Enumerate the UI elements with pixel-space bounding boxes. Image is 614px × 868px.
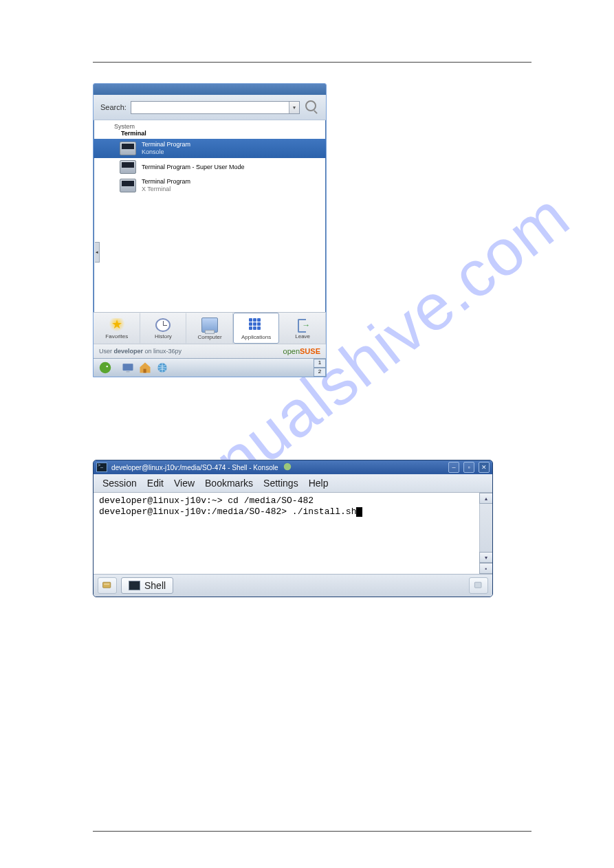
svg-rect-7 xyxy=(103,582,111,588)
shell-tab-label: Shell xyxy=(144,580,166,591)
globe-icon[interactable] xyxy=(155,361,169,375)
category-tabs: Favorites History Computer Applications … xyxy=(94,312,326,344)
terminal-output[interactable]: developer@linux-j10v:~> cd /media/SO-482… xyxy=(94,493,479,574)
svg-point-0 xyxy=(100,362,111,374)
menu-settings[interactable]: Settings xyxy=(263,478,298,489)
app-item-konsole[interactable]: Terminal Program Konsole xyxy=(94,139,326,158)
app-item-title: Terminal Program xyxy=(142,178,190,186)
terminal-area[interactable]: developer@linux-j10v:~> cd /media/SO-482… xyxy=(94,493,492,574)
shell-tab[interactable]: Shell xyxy=(121,577,173,594)
app-item-title: Terminal Program - Super User Mode xyxy=(142,164,245,171)
maximize-button[interactable]: ▫ xyxy=(463,462,474,473)
tab-label: Leave xyxy=(295,333,310,340)
quick-launch xyxy=(117,359,173,377)
menu-view[interactable]: View xyxy=(174,478,195,489)
new-tab-button[interactable] xyxy=(98,577,117,594)
menu-bookmarks[interactable]: Bookmarks xyxy=(205,478,253,489)
app-item-su-terminal[interactable]: Terminal Program - Super User Mode xyxy=(94,158,326,176)
menubar: Session Edit View Bookmarks Settings Hel… xyxy=(94,474,492,493)
konsole-icon xyxy=(96,463,107,472)
home-icon[interactable] xyxy=(138,361,152,375)
svg-rect-8 xyxy=(104,584,109,585)
pager-2[interactable]: 2 xyxy=(314,368,326,377)
leave-icon xyxy=(295,318,310,332)
tab-label: Applications xyxy=(241,334,271,340)
breadcrumb-terminal: Terminal xyxy=(121,130,146,137)
desktop-pager[interactable]: 1 2 xyxy=(314,359,326,377)
svg-rect-9 xyxy=(474,582,481,588)
scroll-down-button[interactable]: ▾ xyxy=(479,552,493,563)
star-icon xyxy=(109,318,124,332)
terminal-icon xyxy=(120,160,136,174)
app-item-sub: Konsole xyxy=(142,148,190,156)
menu-footer: User developer on linux-36py openSUSE xyxy=(94,344,326,358)
footer-user-host: User developer on linux-36py xyxy=(99,348,182,355)
suse-tb-icon xyxy=(283,462,292,473)
svg-point-6 xyxy=(283,463,291,471)
tab-label: History xyxy=(155,333,172,340)
tab-history[interactable]: History xyxy=(140,313,187,344)
terminal-icon xyxy=(120,179,136,192)
scroll-up-button[interactable]: ▴ xyxy=(479,493,493,504)
tab-action-button[interactable] xyxy=(469,577,488,594)
window-titlebar[interactable]: developer@linux-j10v:/media/SO-474 - She… xyxy=(94,460,492,474)
svg-rect-2 xyxy=(123,364,133,370)
tab-label: Computer xyxy=(197,334,221,340)
tab-applications[interactable]: Applications xyxy=(233,313,280,344)
terminal-icon xyxy=(120,142,136,155)
gecko-menu-icon[interactable] xyxy=(94,359,117,377)
window-title: developer@linux-j10v:/media/SO-474 - She… xyxy=(111,464,278,471)
menu-titlebar xyxy=(94,84,326,95)
desktop-icon[interactable] xyxy=(121,361,135,375)
menu-help[interactable]: Help xyxy=(309,478,329,489)
minimize-button[interactable]: – xyxy=(448,462,459,473)
svg-rect-4 xyxy=(144,369,146,373)
search-field[interactable]: ▾ xyxy=(131,101,300,114)
app-item-xterm[interactable]: Terminal Program X Terminal xyxy=(94,176,326,195)
close-button[interactable]: ✕ xyxy=(479,462,490,473)
breadcrumb: System Terminal xyxy=(94,120,326,137)
pager-1[interactable]: 1 xyxy=(314,359,326,368)
search-label: Search: xyxy=(100,103,127,111)
grid-icon xyxy=(248,318,265,333)
tab-computer[interactable]: Computer xyxy=(186,313,233,344)
collapse-handle[interactable]: ◂ xyxy=(95,242,100,263)
bottom-rule xyxy=(93,831,531,832)
tab-leave[interactable]: Leave xyxy=(279,313,326,344)
scroll-grip[interactable]: ▪ xyxy=(479,563,493,574)
app-list: Terminal Program Konsole Terminal Progra… xyxy=(94,137,326,312)
suse-app-menu: Search: ▾ System Terminal Terminal Progr… xyxy=(93,83,327,377)
top-rule xyxy=(93,62,531,63)
app-item-sub: X Terminal xyxy=(142,186,190,193)
scrollbar[interactable]: ▴ ▾ ▪ xyxy=(479,493,492,574)
search-input[interactable] xyxy=(131,102,289,113)
menu-session[interactable]: Session xyxy=(102,478,137,489)
svg-rect-3 xyxy=(127,371,130,372)
app-item-title: Terminal Program xyxy=(142,141,190,148)
tab-favorites[interactable]: Favorites xyxy=(94,313,140,344)
taskbar: 1 2 xyxy=(94,358,326,377)
tab-label: Favorites xyxy=(105,333,128,340)
opensuse-logo: openSUSE xyxy=(283,347,320,355)
terminal-icon xyxy=(129,581,140,590)
tab-bar: Shell xyxy=(94,574,492,597)
menu-edit[interactable]: Edit xyxy=(147,478,164,489)
search-dropdown-arrow[interactable]: ▾ xyxy=(289,102,299,113)
clock-icon xyxy=(155,318,171,332)
svg-point-1 xyxy=(107,366,108,367)
konsole-window: developer@linux-j10v:/media/SO-474 - She… xyxy=(93,460,493,597)
computer-icon xyxy=(201,318,218,333)
cursor xyxy=(356,507,362,517)
breadcrumb-system: System xyxy=(114,123,320,130)
search-icon[interactable] xyxy=(304,100,319,115)
search-row: Search: ▾ xyxy=(94,95,326,120)
